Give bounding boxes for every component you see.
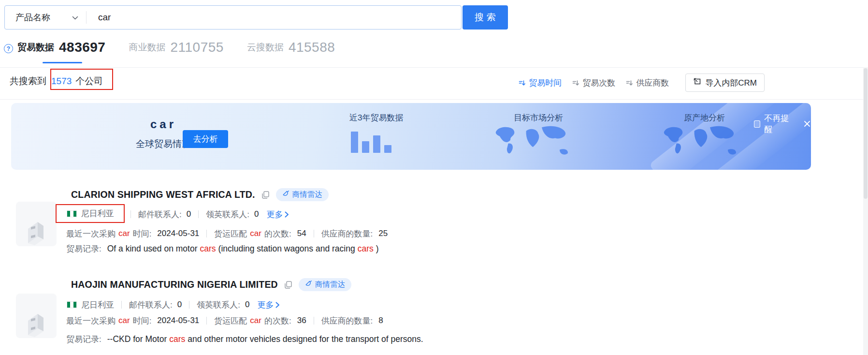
linkedin-contacts-value: 0 — [245, 300, 249, 310]
business-radar-badge[interactable]: 商情雷达 — [299, 278, 351, 291]
world-map-icon — [488, 121, 578, 167]
sort-supplier-count[interactable]: 供应商数 — [626, 77, 669, 89]
chevron-right-icon — [285, 211, 289, 218]
divider — [206, 317, 207, 325]
divider — [121, 301, 122, 309]
sort-controls: 贸易时间 贸易次数 供应商数 导入内部CRM — [519, 73, 765, 92]
bar — [384, 145, 391, 153]
trade-record-text: ) — [376, 244, 379, 254]
scrollbar-thumb[interactable] — [864, 68, 868, 199]
results-summary: 共搜索到 1573 个公司 — [10, 73, 103, 90]
match-count-label-suffix: 的次数: — [264, 315, 291, 326]
help-icon[interactable]: ? — [4, 44, 13, 53]
business-radar-badge[interactable]: 商情雷达 — [276, 188, 329, 201]
last-purchase-date: 2024-05-31 — [157, 229, 199, 238]
divider — [189, 301, 189, 309]
country-label: 尼日利亚 — [81, 299, 114, 311]
last-purchase-label: 最近一次采购 — [66, 315, 116, 326]
tab-count: 415588 — [289, 40, 335, 55]
search-field-select[interactable]: 产品名称 — [5, 6, 86, 29]
linkedin-contacts-label: 领英联系人: — [206, 209, 249, 220]
linkedin-contacts-label: 领英联系人: — [197, 299, 240, 311]
tab-label: 贸易数据 — [17, 41, 54, 54]
more-link[interactable]: 更多 — [257, 299, 280, 311]
analyze-button[interactable]: 去分析 — [183, 130, 228, 148]
divider — [130, 210, 131, 218]
contact-row: 尼日利亚 邮件联系人: 0 领英联系人: 0 更多 — [67, 298, 280, 311]
divider — [0, 67, 863, 68]
more-link[interactable]: 更多 — [266, 209, 289, 220]
divider — [206, 230, 207, 237]
tab-count: 483697 — [59, 40, 105, 55]
divider — [314, 317, 314, 325]
results-summary-suffix: 个公司 — [75, 75, 103, 88]
search-button[interactable]: 搜 索 — [463, 5, 508, 30]
world-map-icon — [656, 121, 746, 167]
trade-record-row: 贸易记录: --CKD for Motor cars and other mot… — [66, 333, 423, 345]
tab-label: 云搜数据 — [247, 41, 284, 54]
dismiss-checkbox[interactable] — [754, 120, 760, 128]
radar-icon — [282, 190, 289, 199]
close-icon[interactable] — [803, 120, 811, 128]
supplier-count-value: 8 — [378, 316, 383, 325]
keyword-highlight: car — [250, 316, 261, 325]
match-count-value: 36 — [297, 316, 306, 325]
trade-record-row: 贸易记录: Of a kind used on motor cars (incl… — [66, 242, 379, 255]
tab-business-data[interactable]: 商业数据 2110755 — [129, 40, 223, 55]
keyword-highlight: car — [118, 316, 130, 325]
divider — [0, 99, 863, 100]
chevron-down-icon — [72, 13, 78, 23]
company-logo-placeholder — [16, 294, 57, 338]
nigeria-flag-icon — [67, 301, 77, 308]
tab-trade-data[interactable]: 贸易数据 483697 — [17, 40, 105, 55]
tab-cloud-data[interactable]: 云搜数据 415588 — [247, 40, 335, 55]
keyword-highlight: cars — [358, 244, 374, 254]
sort-icon — [572, 79, 579, 87]
match-count-label-suffix: 的次数: — [264, 228, 291, 239]
trade-record-text: Of a kind used on motor — [107, 244, 198, 254]
radar-badge-label: 商情雷达 — [315, 280, 345, 290]
match-count-value: 54 — [297, 229, 306, 238]
bar-chart-icon — [351, 131, 391, 153]
keyword-highlight: cars — [200, 244, 216, 254]
match-count-label: 货运匹配 — [214, 228, 247, 239]
active-tab-underline — [43, 62, 82, 63]
annotation-box-country: 尼日利亚 — [56, 204, 125, 223]
copy-icon[interactable] — [284, 281, 292, 289]
match-count-label: 货运匹配 — [214, 315, 247, 326]
email-contacts-label: 邮件联系人: — [129, 299, 173, 311]
sort-label: 贸易时间 — [529, 77, 562, 89]
results-count: 1573 — [51, 76, 72, 87]
search-bar: 产品名称 — [4, 5, 462, 30]
bar — [351, 132, 358, 153]
search-field-label: 产品名称 — [15, 12, 50, 23]
sort-trade-time[interactable]: 贸易时间 — [519, 77, 562, 89]
company-name[interactable]: CLARION SHIPPING WEST AFRICA LTD. — [71, 189, 255, 200]
trade-stats-row: 最近一次采购 car 时间: 2024-05-31 货运匹配 car 的次数: … — [66, 314, 383, 327]
trade-record-text: and other motor vehicles designed for th… — [188, 334, 423, 344]
last-purchase-label-suffix: 时间: — [133, 315, 152, 326]
sort-icon — [626, 79, 633, 87]
analysis-banner: car 全球贸易情况 去分析 近3年贸易数据 目标市场分析 原产地分析 不再提醒 — [11, 103, 811, 170]
trade-record-label: 贸易记录: — [66, 334, 101, 345]
sort-label: 贸易次数 — [582, 77, 615, 89]
keyword-highlight: cars — [169, 334, 185, 344]
divider — [198, 210, 199, 218]
search-input[interactable] — [87, 6, 461, 29]
result-tabs: 贸易数据 483697 商业数据 2110755 云搜数据 415588 — [17, 39, 335, 56]
linkedin-contacts-value: 0 — [254, 209, 259, 219]
results-summary-prefix: 共搜索到 — [10, 75, 46, 88]
sort-trade-count[interactable]: 贸易次数 — [572, 77, 615, 89]
keyword-highlight: car — [250, 229, 261, 238]
trade-record-label: 贸易记录: — [66, 243, 101, 254]
copy-icon[interactable] — [261, 191, 270, 199]
supplier-count-label: 供应商的数量: — [321, 228, 373, 239]
company-name[interactable]: HAOJIN MANUFACTURING NIGERIA LIMITED — [71, 279, 278, 290]
sort-icon — [519, 79, 526, 87]
import-crm-button[interactable]: 导入内部CRM — [685, 74, 765, 92]
last-purchase-date: 2024-05-31 — [157, 316, 199, 325]
building-icon — [20, 215, 52, 246]
tab-label: 商业数据 — [129, 41, 165, 54]
radar-badge-label: 商情雷达 — [292, 190, 322, 200]
dismiss-label: 不再提醒 — [764, 113, 793, 135]
